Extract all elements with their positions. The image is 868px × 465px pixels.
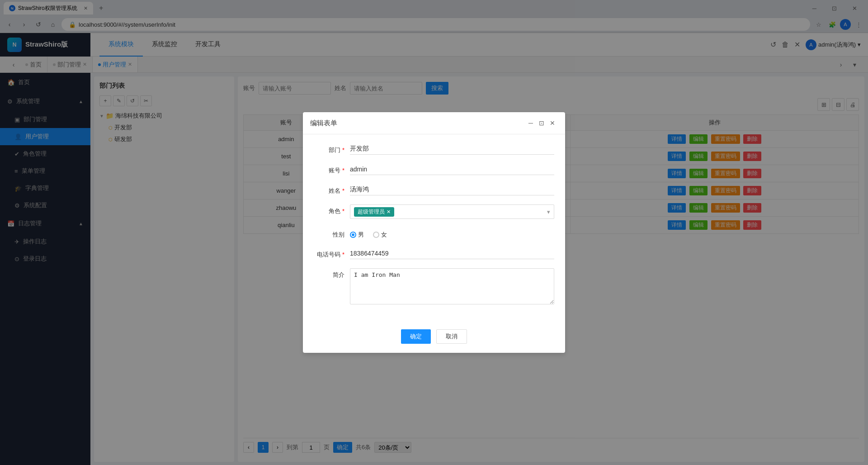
role-tag-text: 超级管理员 <box>358 208 385 216</box>
modal-title: 编辑表单 <box>310 119 525 128</box>
form-row-phone: 电话号码 <box>314 248 554 259</box>
account-input[interactable] <box>350 164 554 175</box>
phone-input[interactable] <box>350 248 554 259</box>
account-label: 账号 <box>314 164 350 175</box>
name-control <box>350 184 554 195</box>
dept-label: 部门 <box>314 143 350 154</box>
form-row-bio: 简介 <box>314 268 554 306</box>
gender-label: 性别 <box>314 228 350 239</box>
bio-control <box>350 268 554 306</box>
modal-body: 部门 账号 姓名 角色 <box>303 134 565 324</box>
form-row-role: 角色 超级管理员 ✕ ▾ <box>314 204 554 219</box>
role-label: 角色 <box>314 204 350 215</box>
role-tag: 超级管理员 ✕ <box>354 207 394 217</box>
modal-close-btn[interactable]: ✕ <box>547 118 558 128</box>
bio-label: 简介 <box>314 268 350 279</box>
modal-minimize-btn[interactable]: ─ <box>525 118 536 128</box>
phone-label: 电话号码 <box>314 248 350 259</box>
gender-control: 男 女 <box>350 228 554 239</box>
edit-modal: 编辑表单 ─ ⊡ ✕ 部门 账号 姓名 <box>303 112 565 353</box>
form-row-name: 姓名 <box>314 184 554 195</box>
account-control <box>350 164 554 175</box>
form-row-account: 账号 <box>314 164 554 175</box>
radio-male-circle[interactable] <box>350 232 356 238</box>
modal-cancel-btn[interactable]: 取消 <box>436 329 467 344</box>
dept-input[interactable] <box>350 143 554 155</box>
role-control[interactable]: 超级管理员 ✕ ▾ <box>350 204 554 219</box>
dept-control <box>350 143 554 155</box>
radio-male-label: 男 <box>358 231 364 239</box>
modal-overlay: 编辑表单 ─ ⊡ ✕ 部门 账号 姓名 <box>0 0 868 465</box>
radio-female-circle[interactable] <box>373 232 379 238</box>
radio-female-label: 女 <box>381 231 387 239</box>
name-label: 姓名 <box>314 184 350 195</box>
role-tag-close[interactable]: ✕ <box>387 209 391 215</box>
modal-maximize-btn[interactable]: ⊡ <box>536 118 547 128</box>
role-select[interactable]: 超级管理员 ✕ ▾ <box>350 204 554 219</box>
radio-male[interactable]: 男 <box>350 231 364 239</box>
role-dropdown-arrow[interactable]: ▾ <box>547 209 550 215</box>
form-row-gender: 性别 男 女 <box>314 228 554 239</box>
form-row-dept: 部门 <box>314 143 554 155</box>
radio-group-gender: 男 女 <box>350 228 554 239</box>
modal-footer: 确定 取消 <box>303 324 565 353</box>
bio-textarea[interactable] <box>350 268 554 304</box>
modal-confirm-btn[interactable]: 确定 <box>401 329 431 344</box>
name-input[interactable] <box>350 184 554 195</box>
phone-control <box>350 248 554 259</box>
radio-female[interactable]: 女 <box>373 231 387 239</box>
modal-header: 编辑表单 ─ ⊡ ✕ <box>303 112 565 134</box>
